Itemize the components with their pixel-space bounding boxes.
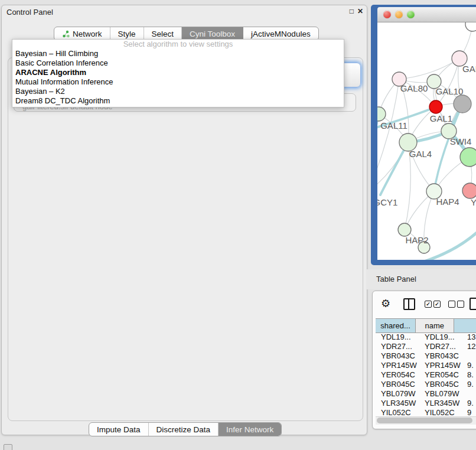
algorithm-option-bayesian-hill-climbing[interactable]: Bayesian – Hill Climbing	[12, 49, 344, 58]
algorithm-option-basic-correlation-inference[interactable]: Basic Correlation Inference	[12, 58, 344, 68]
bottom-tab-impute-data-label: Impute Data	[97, 425, 141, 434]
network-node-gal11[interactable]	[377, 107, 386, 121]
table-cell[interactable]: 9.	[467, 380, 476, 389]
tab-jactivemnodules[interactable]: jActiveMNodules	[243, 27, 318, 40]
network-node-gal1[interactable]	[429, 100, 442, 113]
table-cell[interactable]: 9.	[467, 361, 476, 370]
table-cell[interactable]: YER054C	[425, 370, 467, 380]
table-cell[interactable]: YPR145W	[425, 361, 467, 370]
node-label-gcy1: GCY1	[377, 197, 397, 207]
table-body: YDL19...YDL19...13YDR27...YDR27...12YBR0…	[376, 332, 476, 420]
tab-style-label: Style	[118, 30, 136, 38]
table-cell[interactable]: YBL079W	[425, 389, 467, 399]
table-cell[interactable]: YBR043C	[425, 351, 467, 361]
table-cell[interactable]: YBR045C	[381, 380, 423, 389]
table-cell[interactable]: YDR27...	[425, 342, 467, 351]
node-label-gal4: GAL4	[409, 149, 432, 159]
bottom-tab-discretize-data-label: Discretize Data	[157, 425, 211, 434]
algorithm-dropdown-popup: Select algorithm to view settings Bayesi…	[12, 39, 344, 107]
network-edge[interactable]	[377, 79, 399, 193]
network-graph: GALGAL80GAL10GAL1GAL11SWI4GAL4GCY1HAP4YH…	[377, 22, 476, 260]
table-panel-title: Table Panel	[376, 275, 416, 283]
table-cell[interactable]: YLR345W	[425, 399, 467, 408]
split-panel-icon[interactable]	[403, 298, 415, 310]
tab-network[interactable]: Network	[54, 27, 110, 40]
table-toolbar: ⚙ ✓✓	[373, 295, 476, 314]
table-cell[interactable]: 12	[467, 342, 476, 351]
tab-jactivemnodules-label: jActiveMNodules	[251, 30, 311, 38]
table-horizontal-scrollbar[interactable]	[376, 416, 476, 425]
network-node-y[interactable]	[462, 183, 476, 198]
tab-style[interactable]: Style	[110, 27, 144, 40]
close-icon[interactable]: ✕	[357, 7, 363, 15]
table-cell[interactable]: YDR27...	[381, 342, 423, 351]
minimize-traffic-light-icon[interactable]	[395, 11, 403, 18]
table-row[interactable]: YBL079WYBL079W	[376, 389, 476, 399]
gear-icon[interactable]: ⚙	[381, 297, 390, 310]
close-traffic-light-icon[interactable]	[383, 11, 391, 18]
float-window-icon[interactable]: □	[350, 7, 354, 15]
network-node[interactable]	[460, 148, 476, 167]
tab-cyni-toolbox[interactable]: Cyni Toolbox	[182, 27, 243, 40]
cyni-toolbox-panel	[8, 57, 363, 421]
column-header-shared[interactable]: shared...	[376, 319, 416, 332]
tab-cyni-toolbox-label: Cyni Toolbox	[190, 30, 235, 38]
table-cell[interactable]: YLR345W	[381, 399, 423, 408]
table-row[interactable]: YLR345WYLR345W9.	[376, 399, 476, 408]
table-row[interactable]: YBR045CYBR045C9.	[376, 380, 476, 389]
table-cell[interactable]: YDL19...	[425, 332, 467, 342]
node-label-hap2: HAP2	[405, 235, 428, 245]
table-panel-band: Table Panel	[366, 269, 476, 289]
algorithm-option-dream8-dc-tdc-algorithm[interactable]: Dream8 DC_TDC Algorithm	[12, 96, 344, 106]
minimized-window-icon[interactable]	[4, 444, 12, 450]
table-cell[interactable]: YBR043C	[381, 351, 423, 361]
table-header-row: shared...name	[376, 318, 476, 333]
table-row[interactable]: YDR27...YDR27...12	[376, 342, 476, 351]
tab-select-label: Select	[152, 30, 174, 38]
table-row[interactable]: YPR145WYPR145W9.	[376, 361, 476, 370]
node-label-gal: GAL	[462, 64, 476, 74]
algorithm-option-aracne-algorithm[interactable]: ARACNE Algorithm	[12, 68, 344, 77]
network-window-titlebar[interactable]	[377, 7, 476, 22]
network-canvas[interactable]: GALGAL80GAL10GAL1GAL11SWI4GAL4GCY1HAP4YH…	[377, 22, 476, 260]
table-horizontal-scrollbar-thumb[interactable]	[377, 418, 472, 423]
cyni-bottom-tabbar: Impute DataDiscretize DataInfer Network	[89, 422, 282, 436]
table-row[interactable]: YER054CYER054C8.	[376, 370, 476, 380]
table-cell[interactable]: YPR145W	[381, 361, 423, 370]
table-row[interactable]: YDL19...YDL19...13	[376, 332, 476, 342]
node-label-hap4: HAP4	[436, 197, 459, 207]
table-cell[interactable]: 8.	[467, 370, 476, 380]
tab-network-label: Network	[73, 30, 102, 38]
tab-select[interactable]: Select	[144, 27, 182, 40]
bottom-tab-impute-data[interactable]: Impute Data	[89, 423, 149, 436]
table-cell[interactable]: YER054C	[381, 370, 423, 380]
algorithm-option-mutual-information-inference[interactable]: Mutual Information Inference	[12, 77, 344, 87]
network-node[interactable]	[454, 95, 471, 113]
zoom-traffic-light-icon[interactable]	[407, 11, 415, 18]
table-cell[interactable]: YBR045C	[425, 380, 467, 389]
node-label-swi4: SWI4	[450, 136, 472, 146]
table-cell[interactable]: YBL079W	[381, 389, 423, 399]
column-header-extra[interactable]	[454, 319, 476, 332]
network-node[interactable]	[465, 22, 476, 31]
bottom-tab-infer-network-label: Infer Network	[226, 425, 273, 434]
network-node-hap2[interactable]	[398, 223, 411, 236]
table-cell[interactable]: 13	[467, 332, 476, 342]
bottom-tab-infer-network[interactable]: Infer Network	[219, 423, 281, 436]
select-all-columns-icon[interactable]: ✓✓	[425, 301, 441, 308]
node-label-y: Y	[471, 197, 476, 207]
bottom-tab-discretize-data[interactable]: Discretize Data	[149, 423, 219, 436]
control-panel-title: Control Panel	[6, 8, 53, 17]
table-cell[interactable]: YDL19...	[381, 332, 423, 342]
deselect-all-columns-icon[interactable]	[448, 301, 464, 308]
control-panel-titlebar[interactable]: Control Panel □ ✕	[2, 5, 367, 19]
table-cell[interactable]: 9.	[467, 399, 476, 408]
node-label-gal11: GAL11	[380, 120, 407, 131]
column-header-name[interactable]: name	[416, 319, 454, 332]
table-window: ⚙ ✓✓ shared...name YDL19...YDL19...13YDR…	[372, 291, 476, 429]
node-label-gal10: GAL10	[436, 86, 464, 96]
export-table-icon[interactable]	[470, 298, 476, 310]
screen: Control Panel □ ✕ NetworkStyleSelectCyni…	[0, 0, 476, 450]
table-row[interactable]: YBR043CYBR043C	[376, 351, 476, 361]
algorithm-option-bayesian-k2[interactable]: Bayesian – K2	[12, 87, 344, 96]
